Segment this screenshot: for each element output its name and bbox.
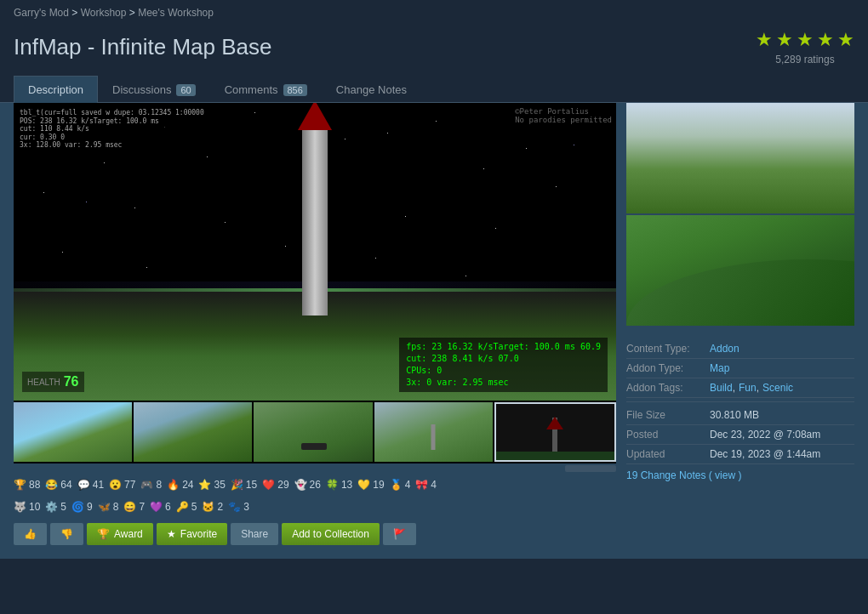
reaction-13[interactable]: 🎀4	[415, 479, 437, 491]
reaction-5[interactable]: 🔥24	[167, 479, 193, 491]
preview-image-1[interactable]	[626, 103, 854, 213]
favorite-button[interactable]: ★ Favorite	[157, 523, 227, 545]
reaction-21[interactable]: 🐱2	[202, 501, 223, 513]
title-row: InfMap - Infinite Map Base ★ ★ ★ ★ ★ 5,2…	[0, 26, 868, 76]
right-panel: Content Type: Addon Addon Type: Map Addo…	[616, 103, 854, 545]
addon-type-value: Map	[710, 362, 729, 374]
reaction-18[interactable]: 😄7	[123, 501, 145, 513]
page-title: InfMap - Infinite Map Base	[14, 34, 271, 60]
reaction-3[interactable]: 😮77	[109, 479, 135, 491]
change-notes-row: 19 Change Notes ( view )	[626, 464, 854, 486]
tab-discussions[interactable]: Discussions 60	[98, 76, 210, 103]
award-button[interactable]: 🏆 Award	[87, 523, 153, 545]
reaction-7[interactable]: 🎉15	[231, 479, 257, 491]
file-size-label: File Size	[626, 409, 703, 421]
hud-panel: fps: 23 16.32 k/sTarget: 100.0 ms 60.9 c…	[399, 338, 608, 392]
file-size-row: File Size 30.810 MB	[626, 406, 854, 425]
breadcrumb-workshop[interactable]: Workshop	[81, 7, 127, 19]
reaction-16[interactable]: 🌀9	[71, 501, 93, 513]
divider-1	[626, 401, 854, 402]
hud-health: HEALTH 76	[22, 372, 84, 392]
reaction-8[interactable]: ❤️29	[262, 479, 288, 491]
reaction-6[interactable]: ⭐35	[198, 479, 225, 491]
content-type-label: Content Type:	[626, 343, 703, 355]
addon-tags-label: Addon Tags:	[626, 382, 703, 394]
posted-value: Dec 23, 2022 @ 7:08am	[710, 429, 820, 441]
reaction-19[interactable]: 💜6	[150, 501, 171, 513]
tag-build[interactable]: Build	[710, 382, 735, 394]
share-button[interactable]: Share	[231, 523, 278, 545]
star-2: ★	[776, 29, 793, 51]
updated-value: Dec 19, 2023 @ 1:44am	[710, 448, 820, 460]
reaction-12[interactable]: 🏅4	[390, 479, 411, 491]
addon-tags-row: Addon Tags: Build Fun Scenic	[626, 378, 854, 398]
emoji-reactions: 🏆88 😂64 💬41 😮77 🎮8 🔥24 ⭐35 🎉15	[14, 474, 616, 518]
comments-badge: 856	[283, 84, 307, 96]
reaction-14[interactable]: 🐺10	[14, 501, 40, 513]
info-section: Content Type: Addon Addon Type: Map Addo…	[626, 333, 854, 486]
addon-tags: Build Fun Scenic	[710, 382, 793, 394]
tab-change-notes[interactable]: Change Notes	[322, 76, 421, 103]
like-button[interactable]: 👍	[14, 523, 47, 545]
reaction-15[interactable]: ⚙️5	[45, 501, 66, 513]
reaction-0[interactable]: 🏆88	[14, 479, 40, 491]
flag-icon: 🚩	[393, 528, 406, 540]
left-panel: tbl_t(cur=full saved w dupe: 03.12345 1:…	[14, 103, 616, 545]
star-3: ★	[797, 29, 814, 51]
updated-row: Updated Dec 19, 2023 @ 1:44am	[626, 445, 854, 464]
tab-comments[interactable]: Comments 856	[210, 76, 322, 103]
add-to-collection-button[interactable]: Add to Collection	[282, 523, 380, 545]
reaction-4[interactable]: 🎮8	[140, 479, 162, 491]
watermark: ©Peter PortaliusNo parodies permitted	[515, 107, 612, 124]
file-size-value: 30.810 MB	[710, 409, 759, 421]
reaction-1[interactable]: 😂64	[45, 479, 71, 491]
thumbnail-4[interactable]	[374, 402, 493, 462]
thumbnail-1[interactable]	[14, 402, 132, 462]
tab-description[interactable]: Description	[14, 76, 98, 103]
dislike-button[interactable]: 👎	[50, 523, 83, 545]
posted-row: Posted Dec 23, 2022 @ 7:08am	[626, 425, 854, 445]
thumbnail-3[interactable]	[254, 402, 372, 462]
rating-count: 5,289 ratings	[756, 54, 854, 65]
action-buttons: 👍 👎 🏆 Award ★ Favorite Share Add to Coll…	[14, 518, 616, 545]
reaction-2[interactable]: 💬41	[77, 479, 104, 491]
reaction-17[interactable]: 🦋8	[98, 501, 119, 513]
tabs-bar: Description Discussions 60 Comments 856 …	[0, 76, 868, 103]
console-text: tbl_t(cur=full saved w dupe: 03.12345 1:…	[18, 107, 206, 151]
main-content: tbl_t(cur=full saved w dupe: 03.12345 1:…	[0, 103, 868, 559]
reaction-22[interactable]: 🐾3	[228, 501, 249, 513]
main-image-container[interactable]: tbl_t(cur=full saved w dupe: 03.12345 1:…	[14, 103, 616, 401]
thumbnail-5[interactable]	[494, 402, 616, 462]
star-icon: ★	[167, 528, 176, 540]
content-type-value: Addon	[710, 343, 740, 355]
view-link[interactable]: ( view )	[709, 469, 742, 481]
star-4: ★	[817, 29, 834, 51]
thumbnail-2[interactable]	[134, 402, 252, 462]
health-label: HEALTH	[27, 378, 60, 387]
main-image[interactable]: tbl_t(cur=full saved w dupe: 03.12345 1:…	[14, 103, 616, 401]
breadcrumb-mees-workshop[interactable]: Mee's Workshop	[138, 7, 214, 19]
preview-images	[626, 103, 854, 326]
discussions-badge: 60	[176, 84, 195, 96]
award-icon: 🏆	[97, 528, 110, 540]
game-scene: tbl_t(cur=full saved w dupe: 03.12345 1:…	[14, 103, 616, 401]
reaction-20[interactable]: 🔑5	[176, 501, 197, 513]
reaction-9[interactable]: 👻26	[294, 479, 321, 491]
flag-button[interactable]: 🚩	[383, 523, 416, 545]
scroll-bar[interactable]	[565, 465, 616, 472]
posted-label: Posted	[626, 429, 703, 441]
health-value: 76	[64, 374, 79, 389]
breadcrumb-garrys-mod[interactable]: Garry's Mod	[14, 7, 69, 19]
change-notes-link[interactable]: 19 Change Notes	[626, 469, 705, 481]
reaction-10[interactable]: 🍀13	[326, 479, 352, 491]
star-5: ★	[837, 29, 854, 51]
content-type-row: Content Type: Addon	[626, 339, 854, 359]
breadcrumb: Garry's Mod > Workshop > Mee's Workshop	[0, 0, 868, 26]
reaction-11[interactable]: 💛19	[357, 479, 384, 491]
tag-fun[interactable]: Fun	[739, 382, 759, 394]
star-1: ★	[756, 29, 773, 51]
preview-image-2[interactable]	[626, 215, 854, 326]
addon-type-label: Addon Type:	[626, 362, 703, 374]
tag-scenic[interactable]: Scenic	[762, 382, 793, 394]
updated-label: Updated	[626, 448, 703, 460]
